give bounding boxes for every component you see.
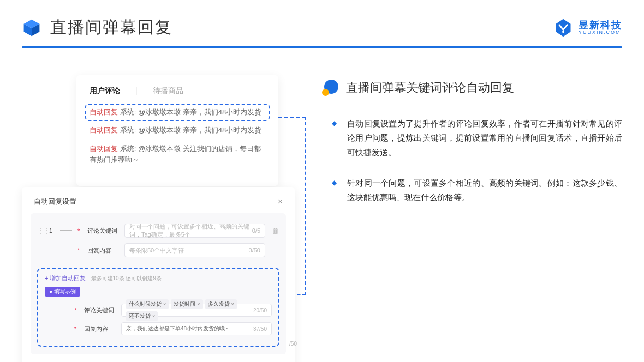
delete-icon[interactable]: 🗑 — [271, 227, 279, 235]
example-content-value: 亲，我们这边都是下单48小时内发货的哦～ — [126, 325, 230, 333]
close-icon[interactable]: × — [278, 197, 283, 207]
tab-separator: | — [135, 86, 138, 96]
example-keyword-counter: 20/50 — [253, 307, 267, 313]
keyword-counter: 0/5 — [252, 227, 260, 234]
cube-icon — [22, 18, 41, 38]
required-star: * — [74, 325, 79, 332]
example-keyword-label: 评论关键词 — [84, 306, 116, 315]
add-auto-reply-link[interactable]: + 增加自动回复 — [45, 275, 86, 281]
rule-index: 1 — [47, 227, 55, 234]
keyword-chip[interactable]: 还不发货× — [126, 311, 158, 321]
page-title: 直播间弹幕回复 — [50, 16, 172, 39]
keyword-input[interactable]: 对同一个问题，可设置多个相近、高频的关键词，Tag确定，最多5个 0/5 — [124, 224, 265, 238]
example-badge: ● 填写示例 — [45, 287, 80, 297]
settings-panel: 自动回复设置 × ⋮⋮ 1 * 评论关键词 对同一个问题，可设置多个相近、高频的… — [22, 187, 295, 362]
keyword-label: 评论关键词 — [87, 227, 119, 235]
keyword-placeholder: 对同一个问题，可设置多个相近、高频的关键词，Tag确定，最多5个 — [129, 222, 252, 239]
content-input[interactable]: 每条限50个中文字符 0/50 — [124, 243, 265, 257]
system-label: 系统: — [120, 144, 136, 153]
system-label: 系统: — [120, 126, 136, 134]
comment-row: 自动回复 系统: @冰墩墩本墩 关注我们的店铺，每日都有热门推荐呦～ — [90, 140, 265, 169]
example-content-input[interactable]: 亲，我们这边都是下单48小时内发货的哦～ 37/50 — [121, 322, 272, 335]
settings-title: 自动回复设置 — [34, 197, 76, 207]
chip-close-icon[interactable]: × — [231, 301, 234, 307]
brand-sub: YUUXIN.COM — [579, 30, 622, 35]
comment-row: 自动回复 系统: @冰墩墩本墩 亲亲，我们48小时内发货 — [90, 121, 265, 140]
brand-icon — [553, 18, 573, 38]
example-content-label: 回复内容 — [84, 325, 116, 333]
content-placeholder: 每条限50个中文字符 — [129, 246, 184, 255]
content-label: 回复内容 — [87, 246, 119, 255]
bullet-item: 自动回复设置为了提升作者的评论回复效率，作者可在开播前针对常见的评论用户问题，提… — [347, 117, 622, 160]
chip-close-icon[interactable]: × — [163, 301, 166, 307]
chip-close-icon[interactable]: × — [152, 313, 155, 319]
bullet-item: 针对同一个问题，可设置多个相近的、高频的关键词。例如：这款多少钱、这块能优惠吗、… — [347, 176, 622, 205]
rule-bar — [60, 230, 72, 231]
comment-at: @冰墩墩本墩 — [138, 144, 181, 153]
stray-counter: /50 — [289, 341, 297, 347]
comments-panel: 用户评论 | 待播商品 自动回复 系统: @冰墩墩本墩 亲亲，我们48小时内发货… — [76, 75, 278, 186]
brand-name: 昱新科技 — [579, 20, 622, 30]
tab-user-comments[interactable]: 用户评论 — [90, 86, 120, 96]
example-keyword-input[interactable]: 什么时候发货× 发货时间× 多久发货× 还不发货× 20/50 — [121, 304, 272, 317]
comment-body: 亲亲，我们48小时内发货 — [183, 126, 261, 134]
section-dot-icon — [322, 80, 338, 96]
keyword-chip[interactable]: 发货时间× — [171, 299, 202, 309]
system-label: 系统: — [120, 108, 136, 116]
example-content-counter: 37/50 — [253, 326, 267, 332]
comment-body: 亲亲，我们48小时内发货 — [183, 108, 261, 116]
comment-at: @冰墩墩本墩 — [138, 108, 181, 116]
keyword-chip[interactable]: 多久发货× — [205, 299, 237, 309]
required-star: * — [77, 227, 82, 234]
auto-reply-label: 自动回复 — [90, 126, 118, 134]
content-counter: 0/50 — [249, 247, 260, 254]
auto-reply-label: 自动回复 — [90, 144, 118, 153]
example-box: + 增加自动回复 最多可建10条 还可以创建9条 ● 填写示例 * 评论关键词 … — [37, 268, 279, 347]
drag-handle-icon[interactable]: ⋮⋮ — [37, 227, 41, 234]
auto-reply-label: 自动回复 — [90, 108, 118, 116]
tab-pending-goods[interactable]: 待播商品 — [153, 86, 183, 96]
required-star: * — [77, 247, 82, 254]
required-star: * — [74, 307, 79, 313]
add-hint: 最多可建10条 还可以创建9条 — [91, 275, 162, 281]
section-title: 直播间弹幕关键词评论自动回复 — [346, 80, 514, 96]
chip-close-icon[interactable]: × — [197, 301, 200, 307]
svg-point-3 — [562, 31, 564, 33]
keyword-chip[interactable]: 什么时候发货× — [126, 299, 169, 309]
comment-row: 自动回复 系统: @冰墩墩本墩 亲亲，我们48小时内发货 — [85, 104, 270, 121]
brand-logo: 昱新科技 YUUXIN.COM — [553, 18, 622, 38]
comment-at: @冰墩墩本墩 — [138, 126, 181, 134]
